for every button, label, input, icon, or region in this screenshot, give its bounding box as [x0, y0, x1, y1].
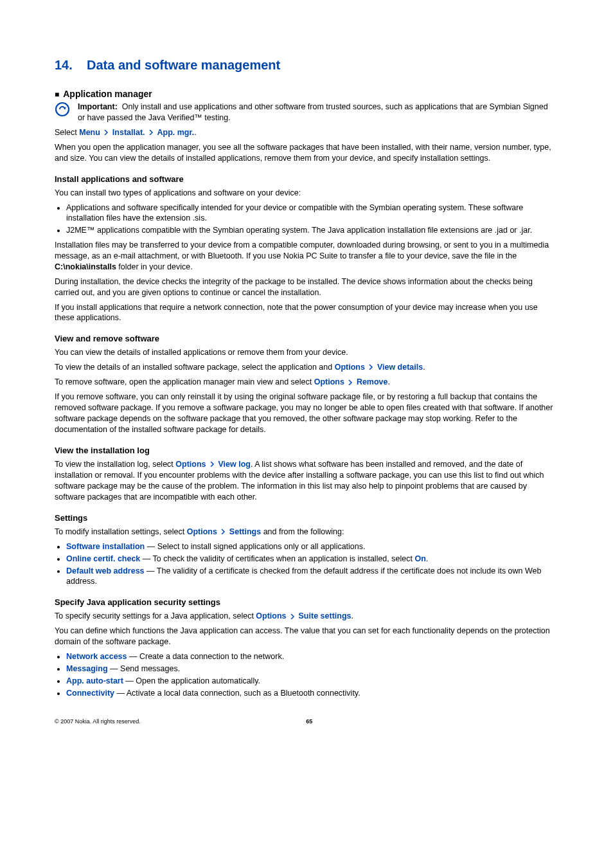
- important-label: Important:: [78, 102, 118, 111]
- installat-link: Installat.: [112, 128, 145, 137]
- settings-heading: Settings: [55, 513, 556, 523]
- text: folder in your device.: [116, 262, 193, 271]
- chapter-number: 14.: [55, 58, 87, 73]
- page-footer: © 2007 Nokia. All rights reserved. 65: [55, 718, 556, 725]
- chapter-heading: 14.Data and software management: [55, 58, 556, 73]
- section-title: Application manager: [63, 89, 152, 99]
- important-text: Important: Only install and use applicat…: [78, 102, 556, 123]
- install-bullet-list: Applications and software specifically i…: [55, 203, 556, 237]
- important-icon: [55, 102, 70, 119]
- setting-name: Default web address: [66, 566, 145, 575]
- intro-paragraph: When you open the application manager, y…: [55, 142, 556, 164]
- javasec-p2: You can define which functions the Java …: [55, 626, 556, 647]
- options-link: Options: [335, 363, 365, 372]
- section-bullet-icon: ■: [55, 90, 59, 99]
- viewlog-heading: View the installation log: [55, 446, 556, 455]
- setting-name: Connectivity: [66, 689, 114, 698]
- viewlog-link: View log: [218, 460, 250, 469]
- on-link: On: [414, 554, 425, 563]
- setting-desc: — To check the validity of certificates …: [140, 554, 414, 563]
- javasec-p1: To specify security settings for a Java …: [55, 611, 556, 622]
- viewlog-p: To view the installation log, select Opt…: [55, 459, 556, 503]
- list-item: Online certif. check — To check the vali…: [66, 554, 556, 565]
- chevron-right-icon: [209, 459, 215, 470]
- install-intro: You can install two types of application…: [55, 188, 556, 199]
- chevron-right-icon: [348, 377, 353, 388]
- select-suffix: .: [194, 128, 196, 137]
- text: and from the following:: [261, 527, 344, 536]
- install-p3: If you install applications that require…: [55, 302, 556, 324]
- chevron-right-icon: [148, 127, 154, 138]
- setting-desc: — Select to install signed applications …: [145, 542, 365, 551]
- select-line: Select Menu Installat. App. mgr..: [55, 127, 556, 138]
- viewremove-p3: To remove software, open the application…: [55, 377, 556, 388]
- important-body: Only install and use applications and ot…: [78, 102, 548, 122]
- javasec-heading: Specify Java application security settin…: [55, 597, 556, 607]
- viewremove-p4: If you remove software, you can only rei…: [55, 392, 556, 435]
- menu-link: Menu: [79, 128, 100, 137]
- setting-name: Messaging: [66, 664, 108, 673]
- settings-intro: To modify installation settings, select …: [55, 527, 556, 538]
- chevron-right-icon: [220, 527, 226, 538]
- setting-desc: — Open the application automatically.: [123, 676, 260, 685]
- list-item: App. auto-start — Open the application a…: [66, 676, 556, 687]
- suite-settings-link: Suite settings: [299, 611, 351, 620]
- text: .: [426, 554, 428, 563]
- copyright-text: © 2007 Nokia. All rights reserved.: [55, 718, 141, 725]
- list-item: J2ME™ applications compatible with the S…: [66, 225, 556, 236]
- text: To specify security settings for a Java …: [55, 611, 256, 620]
- setting-name: App. auto-start: [66, 676, 123, 685]
- chapter-title: Data and software management: [87, 58, 280, 72]
- chevron-right-icon: [368, 362, 373, 373]
- install-p2: During installation, the device checks t…: [55, 276, 556, 298]
- text: To modify installation settings, select: [55, 527, 187, 536]
- options-link: Options: [187, 527, 217, 536]
- install-heading: Install applications and software: [55, 174, 556, 184]
- options-link: Options: [256, 611, 286, 620]
- appmgr-link: App. mgr.: [157, 128, 195, 137]
- options-link: Options: [314, 377, 344, 386]
- important-note: Important: Only install and use applicat…: [55, 102, 556, 123]
- setting-desc: — Send messages.: [108, 664, 181, 673]
- options-link: Options: [175, 460, 206, 469]
- list-item: Applications and software specifically i…: [66, 203, 556, 224]
- install-p1: Installation files may be transferred to…: [55, 240, 556, 273]
- section-heading: ■Application manager: [55, 89, 556, 99]
- text: To view the installation log, select: [55, 460, 175, 469]
- settings-list: Software installation — Select to instal…: [55, 541, 556, 588]
- list-item: Default web address — The validity of a …: [66, 566, 556, 588]
- chevron-right-icon: [290, 611, 295, 622]
- viewremove-p2: To view the details of an installed soft…: [55, 362, 556, 373]
- text: Installation files may be transferred to…: [55, 240, 549, 260]
- remove-link: Remove: [357, 377, 388, 386]
- javasec-list: Network access — Create a data connectio…: [55, 651, 556, 699]
- settings-link: Settings: [229, 527, 261, 536]
- viewremove-p1: You can view the details of installed ap…: [55, 347, 556, 358]
- list-item: Network access — Create a data connectio…: [66, 651, 556, 662]
- text: To view the details of an installed soft…: [55, 363, 335, 372]
- setting-name: Network access: [66, 652, 127, 661]
- setting-desc: — Create a data connection to the networ…: [127, 652, 285, 661]
- setting-desc: — Activate a local data connection, such…: [114, 689, 360, 698]
- list-item: Software installation — Select to instal…: [66, 541, 556, 552]
- text: To remove software, open the application…: [55, 377, 314, 386]
- svg-point-0: [56, 103, 69, 116]
- viewremove-heading: View and remove software: [55, 334, 556, 343]
- setting-name: Software installation: [66, 542, 145, 551]
- folder-path: C:\nokia\installs: [55, 262, 116, 271]
- select-prefix: Select: [55, 128, 79, 137]
- list-item: Messaging — Send messages.: [66, 664, 556, 674]
- setting-name: Online certif. check: [66, 554, 140, 563]
- page-number: 65: [306, 718, 312, 725]
- list-item: Connectivity — Activate a local data con…: [66, 688, 556, 699]
- viewdetails-link: View details: [377, 363, 423, 372]
- page-container: 14.Data and software management ■Applica…: [0, 0, 613, 750]
- chevron-right-icon: [103, 127, 109, 138]
